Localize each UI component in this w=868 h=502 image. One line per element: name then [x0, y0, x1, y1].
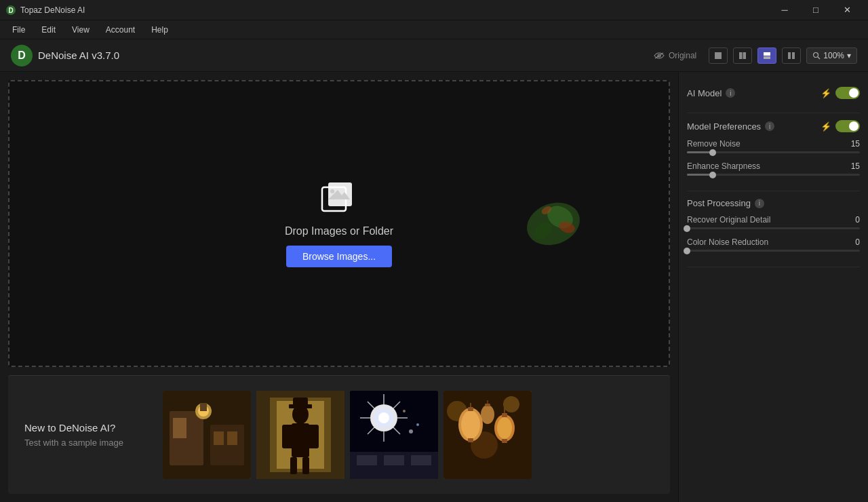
sample-image-1-preview [163, 391, 251, 479]
enhance-sharpness-thumb[interactable] [709, 172, 716, 178]
svg-rect-10 [764, 56, 770, 59]
svg-point-68 [461, 410, 480, 439]
ai-model-lightning-icon: ⚡ [821, 88, 831, 98]
svg-point-61 [416, 423, 419, 426]
svg-rect-40 [290, 457, 297, 474]
app-icon: D [5, 5, 16, 16]
svg-rect-9 [764, 52, 770, 56]
toolbar: D DeNoise AI v3.7.0 Original [0, 39, 868, 72]
svg-rect-46 [357, 455, 377, 465]
enhance-sharpness-value: 15 [851, 161, 860, 171]
model-prefs-info[interactable]: i [765, 121, 774, 131]
model-prefs-lightning-icon: ⚡ [821, 121, 831, 132]
split-h-icon [738, 52, 747, 60]
svg-rect-41 [302, 457, 309, 474]
svg-rect-47 [384, 455, 404, 465]
enhance-sharpness-row: Enhance Sharpness 15 [687, 161, 860, 176]
browse-images-button[interactable]: Browse Images... [286, 246, 392, 267]
color-noise-thumb[interactable] [684, 248, 690, 254]
menu-edit[interactable]: Edit [35, 23, 62, 37]
post-processing-header: Post Processing i [687, 198, 860, 208]
menu-view[interactable]: View [65, 23, 96, 37]
remove-noise-label: Remove Noise [687, 139, 741, 149]
view-compare-button[interactable] [782, 47, 801, 64]
zoom-control[interactable]: 100% ▾ [806, 47, 857, 64]
remove-noise-track[interactable] [687, 151, 860, 153]
svg-rect-43 [293, 398, 308, 406]
sample-image-3[interactable] [350, 391, 438, 479]
original-button[interactable]: Original [647, 48, 703, 63]
sample-image-4[interactable] [443, 391, 532, 479]
svg-rect-74 [502, 413, 507, 417]
app-name: DeNoise AI v3.7.0 [38, 50, 119, 61]
svg-rect-6 [715, 52, 722, 59]
svg-text:D: D [18, 50, 26, 61]
ai-model-info[interactable]: i [726, 88, 735, 98]
sample-image-1[interactable] [163, 391, 251, 479]
app-container: D DeNoise AI v3.7.0 Original [0, 39, 868, 502]
recover-detail-row: Recover Original Detail 0 [687, 215, 860, 229]
single-view-icon [714, 52, 722, 60]
zoom-icon [812, 52, 821, 60]
color-noise-value: 0 [855, 237, 860, 247]
remove-noise-thumb[interactable] [709, 149, 716, 156]
view-single-button[interactable] [709, 47, 728, 64]
title-bar-controls: ─ □ ✕ [769, 0, 863, 20]
svg-point-77 [481, 405, 494, 424]
ai-model-toggle[interactable] [835, 87, 860, 99]
title-bar: D Topaz DeNoise AI ─ □ ✕ [0, 0, 868, 20]
menu-file[interactable]: File [5, 23, 32, 37]
sample-image-2[interactable] [256, 391, 344, 479]
sidebar: AI Model i ⚡ Model Preferences i [678, 72, 868, 502]
svg-point-73 [497, 417, 512, 439]
svg-rect-48 [411, 455, 431, 465]
post-processing-section: Post Processing i Recover Original Detai… [687, 191, 860, 267]
svg-rect-11 [788, 52, 791, 59]
ai-model-section: AI Model i ⚡ [687, 80, 860, 113]
svg-rect-39 [308, 425, 319, 448]
svg-rect-78 [485, 404, 490, 406]
model-prefs-toggle[interactable] [835, 120, 860, 132]
eye-icon [654, 52, 665, 60]
sample-images [163, 391, 654, 479]
svg-point-60 [409, 429, 413, 433]
post-processing-info[interactable]: i [755, 199, 764, 208]
split-v-icon [763, 52, 771, 60]
svg-line-14 [818, 57, 820, 59]
svg-rect-31 [214, 431, 224, 445]
view-split-h-button[interactable] [733, 47, 752, 64]
menu-account[interactable]: Account [99, 23, 142, 37]
svg-rect-26 [173, 418, 186, 438]
content-area: Drop Images or Folder Browse Images... [0, 72, 868, 502]
drop-zone[interactable]: Drop Images or Folder Browse Images... [8, 80, 670, 367]
zoom-chevron-icon: ▾ [847, 51, 851, 60]
color-noise-track[interactable] [687, 250, 860, 252]
post-processing-title: Post Processing [687, 198, 751, 208]
svg-point-13 [814, 52, 818, 57]
maximize-button[interactable]: □ [800, 0, 831, 20]
close-button[interactable]: ✕ [831, 0, 863, 20]
menu-help[interactable]: Help [144, 23, 175, 37]
minimize-button[interactable]: ─ [769, 0, 800, 20]
color-noise-row: Color Noise Reduction 0 [687, 237, 860, 252]
color-noise-label: Color Noise Reduction [687, 237, 768, 247]
view-split-v-button[interactable] [757, 47, 776, 64]
main-area: Drop Images or Folder Browse Images... [0, 72, 678, 502]
ai-model-header: AI Model i ⚡ [687, 87, 860, 99]
enhance-sharpness-track[interactable] [687, 174, 860, 176]
svg-point-62 [403, 410, 406, 412]
svg-rect-12 [792, 52, 795, 59]
svg-rect-8 [743, 52, 747, 59]
sample-image-4-preview [443, 391, 532, 479]
svg-point-65 [503, 396, 519, 412]
recover-detail-track[interactable] [687, 227, 860, 229]
svg-point-51 [378, 412, 389, 423]
recover-detail-thumb[interactable] [684, 225, 690, 232]
svg-rect-29 [200, 403, 207, 411]
sample-text: New to DeNoise AI? Test with a sample im… [24, 422, 146, 448]
compare-icon [787, 52, 795, 60]
svg-text:D: D [8, 7, 13, 14]
svg-rect-38 [282, 425, 294, 448]
sample-image-3-preview [350, 391, 438, 479]
recover-detail-label: Recover Original Detail [687, 215, 770, 225]
